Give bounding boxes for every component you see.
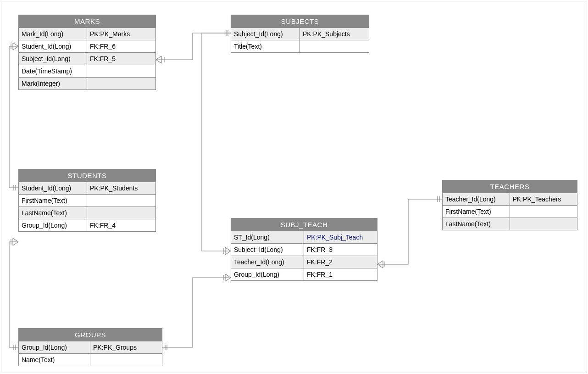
field-name: Date(TimeStamp) — [19, 65, 87, 77]
field-name: FirstName(Text) — [443, 206, 510, 218]
field-name: Name(Text) — [19, 354, 90, 366]
field-key — [87, 207, 155, 219]
field-key — [510, 218, 577, 230]
field-key — [90, 354, 162, 366]
field-name: Subject_Id(Long) — [231, 244, 304, 256]
table-row: Subject_Id(Long) FK:FR_3 — [231, 243, 377, 256]
field-key: PK:PK_Groups — [90, 341, 162, 353]
table-row: Name(Text) — [19, 353, 162, 366]
field-name: Title(Text) — [231, 40, 300, 52]
field-name: LastName(Text) — [19, 207, 87, 219]
field-name: Group_Id(Long) — [19, 341, 90, 353]
field-key: PK:PK_Subjects — [300, 28, 369, 40]
field-name: Mark_Id(Long) — [19, 28, 87, 40]
field-name: Student_Id(Long) — [19, 182, 87, 194]
field-name: Group_Id(Long) — [231, 268, 304, 280]
field-key: FK:FR_4 — [87, 219, 155, 231]
field-name: Teacher_Id(Long) — [443, 193, 510, 205]
table-row: Student_Id(Long) PK:PK_Students — [19, 182, 155, 194]
table-row: Group_Id(Long) FK:FR_1 — [231, 268, 377, 280]
table-row: ST_Id(Long) PK:PK_Subj_Teach — [231, 231, 377, 243]
field-key: PK:PK_Students — [87, 182, 155, 194]
table-row: Title(Text) — [231, 40, 369, 52]
entity-students[interactable]: STUDENTS Student_Id(Long) PK:PK_Students… — [18, 169, 156, 232]
table-row: Teacher_Id(Long) PK:PK_Teachers — [443, 193, 577, 205]
field-key: FK:FR_6 — [87, 40, 155, 52]
field-name: Subject_Id(Long) — [19, 53, 87, 65]
field-key — [87, 78, 155, 89]
table-row: Date(TimeStamp) — [19, 65, 155, 77]
entity-subj-teach[interactable]: SUBJ_TEACH ST_Id(Long) PK:PK_Subj_Teach … — [231, 218, 377, 281]
table-row: LastName(Text) — [443, 218, 577, 230]
field-key: PK:PK_Marks — [87, 28, 155, 40]
field-name: Student_Id(Long) — [19, 40, 87, 52]
field-key: PK:PK_Subj_Teach — [304, 231, 377, 243]
field-key: FK:FR_3 — [304, 244, 377, 256]
table-row: FirstName(Text) — [443, 205, 577, 218]
field-name: Subject_Id(Long) — [231, 28, 300, 40]
entity-marks[interactable]: MARKS Mark_Id(Long) PK:PK_Marks Student_… — [18, 15, 156, 90]
field-name: ST_Id(Long) — [231, 231, 304, 243]
table-row: Subject_Id(Long) PK:PK_Subjects — [231, 28, 369, 40]
entity-subjects[interactable]: SUBJECTS Subject_Id(Long) PK:PK_Subjects… — [231, 15, 369, 53]
entity-title: SUBJECTS — [231, 15, 369, 28]
field-name: LastName(Text) — [443, 218, 510, 230]
entity-teachers[interactable]: TEACHERS Teacher_Id(Long) PK:PK_Teachers… — [442, 180, 577, 230]
field-key: FK:FR_1 — [304, 268, 377, 280]
entity-title: GROUPS — [19, 329, 162, 341]
field-key: FK:FR_5 — [87, 53, 155, 65]
entity-title: SUBJ_TEACH — [231, 218, 377, 231]
field-key — [300, 40, 369, 52]
table-row: Group_Id(Long) PK:PK_Groups — [19, 341, 162, 353]
table-row: LastName(Text) — [19, 207, 155, 219]
field-name: FirstName(Text) — [19, 195, 87, 207]
field-name: Mark(Integer) — [19, 78, 87, 89]
table-row: FirstName(Text) — [19, 194, 155, 207]
table-row: Subject_Id(Long) FK:FR_5 — [19, 52, 155, 65]
field-key — [87, 195, 155, 207]
field-name: Group_Id(Long) — [19, 219, 87, 231]
table-row: Mark_Id(Long) PK:PK_Marks — [19, 28, 155, 40]
table-row: Teacher_Id(Long) FK:FR_2 — [231, 256, 377, 268]
entity-title: TEACHERS — [443, 180, 577, 193]
field-name: Teacher_Id(Long) — [231, 256, 304, 268]
field-key: PK:PK_Teachers — [510, 193, 577, 205]
field-key — [510, 206, 577, 218]
field-key — [87, 65, 155, 77]
table-row: Student_Id(Long) FK:FR_6 — [19, 40, 155, 52]
field-key: FK:FR_2 — [304, 256, 377, 268]
entity-title: STUDENTS — [19, 169, 155, 182]
table-row: Group_Id(Long) FK:FR_4 — [19, 219, 155, 231]
entity-groups[interactable]: GROUPS Group_Id(Long) PK:PK_Groups Name(… — [18, 328, 162, 366]
table-row: Mark(Integer) — [19, 77, 155, 89]
entity-title: MARKS — [19, 15, 155, 28]
